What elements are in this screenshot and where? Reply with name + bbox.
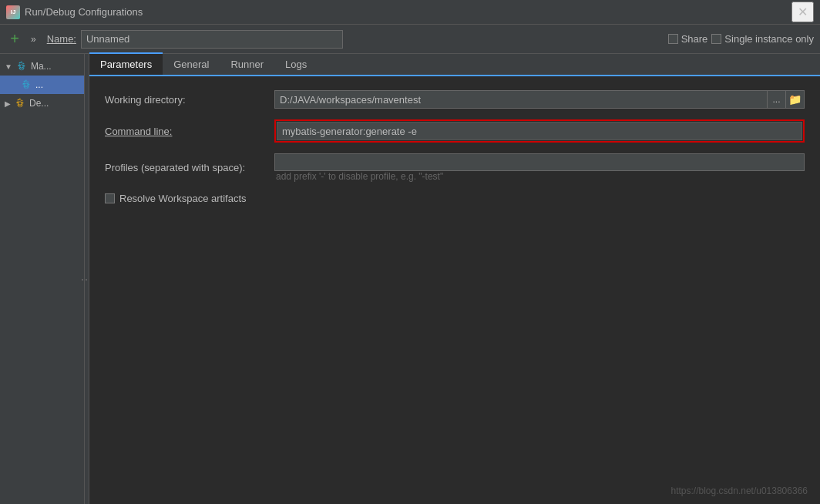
cmd-input-highlight-border bbox=[274, 119, 805, 143]
tabs-bar: Parameters General Runner Logs bbox=[89, 54, 820, 76]
cmd-line-input[interactable] bbox=[277, 122, 802, 140]
plus-icon: + bbox=[10, 30, 19, 48]
content-panel: Parameters General Runner Logs Working d… bbox=[89, 54, 820, 504]
profiles-input[interactable] bbox=[274, 153, 805, 171]
title-bar: IJ Run/Debug Configurations ✕ bbox=[0, 0, 820, 25]
working-dir-row: Working directory: ... 📁 bbox=[105, 90, 805, 109]
sidebar-item-maven-child[interactable]: ... bbox=[0, 76, 84, 94]
profiles-row: Profiles (separated with space): add pre… bbox=[105, 153, 805, 182]
defaults-expand-icon: ▶ bbox=[5, 99, 11, 108]
maven-gear-icon bbox=[15, 60, 28, 72]
ellipsis-icon: ... bbox=[772, 94, 780, 105]
single-instance-checkbox[interactable] bbox=[711, 34, 721, 44]
single-instance-checkbox-label[interactable]: Single instance only bbox=[711, 33, 814, 45]
share-checkbox[interactable] bbox=[668, 34, 678, 44]
main-area: ▼ Ma... ... ▶ bbox=[0, 54, 820, 504]
single-instance-label: Single instance only bbox=[724, 33, 814, 45]
maven-child-gear-icon bbox=[20, 79, 32, 91]
tab-general[interactable]: General bbox=[163, 54, 220, 75]
sidebar-item-maven[interactable]: ▼ Ma... bbox=[0, 57, 84, 76]
more-button[interactable]: » bbox=[28, 32, 39, 46]
working-dir-more-button[interactable]: ... bbox=[768, 90, 786, 109]
profiles-label: Profiles (separated with space): bbox=[105, 162, 274, 173]
tab-logs[interactable]: Logs bbox=[274, 54, 318, 75]
folder-icon: 📁 bbox=[788, 93, 802, 106]
share-label: Share bbox=[681, 33, 708, 45]
working-dir-folder-button[interactable]: 📁 bbox=[786, 90, 805, 109]
sidebar-maven-label: Ma... bbox=[31, 61, 52, 72]
app-logo-icon: IJ bbox=[6, 5, 20, 19]
working-dir-label: Working directory: bbox=[105, 94, 274, 106]
sidebar-defaults-label: De... bbox=[29, 98, 49, 109]
form-area: Working directory: ... 📁 Command line: bbox=[89, 76, 820, 504]
sidebar-indent bbox=[5, 79, 17, 90]
close-button[interactable]: ✕ bbox=[791, 2, 814, 22]
name-label: Name: bbox=[47, 33, 76, 45]
tab-runner[interactable]: Runner bbox=[220, 54, 274, 75]
sidebar-item-defaults[interactable]: ▶ De... bbox=[0, 94, 84, 113]
share-checkbox-label[interactable]: Share bbox=[668, 33, 708, 45]
sidebar: ▼ Ma... ... ▶ bbox=[0, 54, 85, 504]
resolve-label: Resolve Workspace artifacts bbox=[119, 193, 247, 204]
profiles-hint: add prefix '-' to disable profile, e.g. … bbox=[274, 171, 805, 182]
cmd-line-row: Command line: bbox=[105, 119, 805, 143]
defaults-gear-icon bbox=[14, 97, 26, 109]
toolbar: + » Name: Share Single instance only bbox=[0, 25, 820, 54]
name-input[interactable] bbox=[81, 30, 343, 49]
tab-parameters[interactable]: Parameters bbox=[89, 52, 163, 75]
cmd-line-label: Command line: bbox=[105, 126, 274, 137]
title-bar-text: Run/Debug Configurations bbox=[25, 6, 143, 18]
working-dir-input[interactable] bbox=[274, 90, 768, 109]
collapse-arrow-icon: ▼ bbox=[5, 62, 12, 71]
resolve-row: Resolve Workspace artifacts bbox=[105, 193, 805, 204]
resolve-checkbox[interactable] bbox=[105, 193, 115, 203]
share-area: Share Single instance only bbox=[668, 33, 814, 45]
footer-watermark: https://blog.csdn.net/u013806366 bbox=[671, 486, 808, 496]
add-configuration-button[interactable]: + bbox=[6, 31, 23, 48]
sidebar-maven-child-label: ... bbox=[35, 79, 43, 90]
